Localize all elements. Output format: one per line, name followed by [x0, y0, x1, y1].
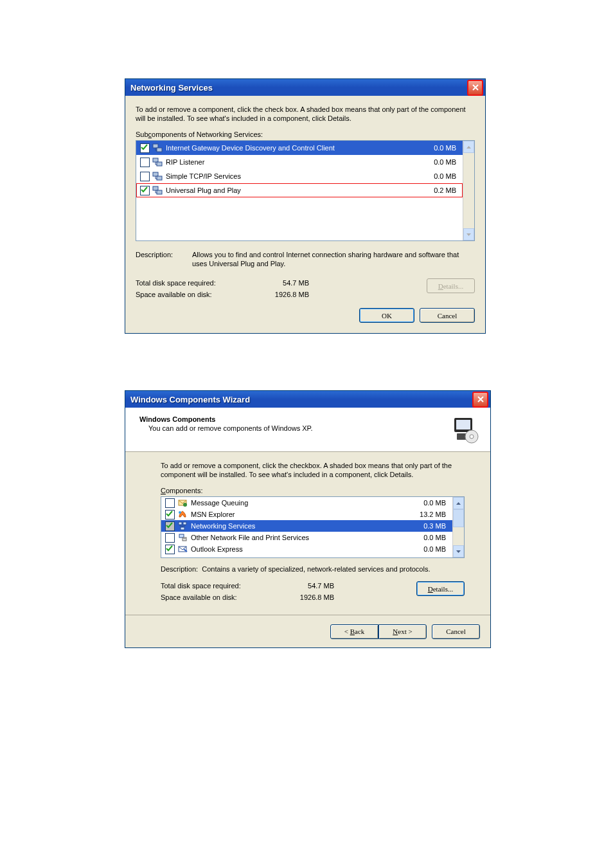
list-item-size: 0.0 MB — [407, 499, 446, 507]
description-row: Description: Contains a variety of speci… — [161, 565, 465, 574]
checkbox[interactable] — [165, 545, 175, 554]
components-label: Components: — [161, 487, 465, 494]
components-listbox[interactable]: Message Queuing0.0 MBMSN Explorer13.2 MB… — [161, 496, 465, 558]
svg-rect-24 — [179, 522, 182, 525]
window-title: Windows Components Wizard — [130, 395, 472, 404]
svg-rect-26 — [181, 527, 184, 530]
subcomponents-listbox[interactable]: Internet Gateway Device Discovery and Co… — [136, 140, 475, 241]
svg-rect-13 — [157, 190, 162, 194]
list-item-size: 0.0 MB — [407, 534, 446, 541]
chevron-down-icon — [456, 550, 461, 553]
list-item-size: 0.0 MB — [418, 172, 456, 180]
list-item[interactable]: Message Queuing0.0 MB — [161, 497, 452, 509]
svg-rect-4 — [153, 158, 158, 162]
list-item-size: 13.2 MB — [407, 511, 446, 518]
svg-rect-31 — [179, 534, 184, 538]
list-item-label: Internet Gateway Device Discovery and Co… — [166, 144, 418, 152]
list-item-label: Outlook Express — [191, 545, 407, 553]
svg-rect-12 — [153, 186, 158, 190]
list-item[interactable]: Outlook Express0.0 MB — [161, 543, 452, 555]
close-icon — [477, 395, 484, 403]
oe-icon — [177, 544, 188, 554]
list-item-label: Simple TCP/IP Services — [166, 172, 418, 180]
description-label: Description: — [161, 565, 198, 573]
avail-space-value: 1926.8 MB — [283, 592, 334, 603]
close-button[interactable] — [467, 80, 483, 96]
back-button[interactable]: < Back — [330, 624, 378, 639]
chevron-up-icon — [466, 146, 471, 149]
title-bar[interactable]: Windows Components Wizard — [125, 391, 490, 408]
scroll-thumb[interactable] — [453, 509, 464, 527]
close-button[interactable] — [472, 392, 488, 408]
cancel-button[interactable]: Cancel — [420, 308, 475, 323]
total-space-value: 54.7 MB — [258, 277, 309, 289]
list-item[interactable]: RIP Listener0.0 MB — [136, 155, 463, 169]
net-icon — [177, 521, 188, 531]
checkbox[interactable] — [140, 158, 150, 167]
list-item-label: MSN Explorer — [191, 511, 407, 518]
other-icon — [177, 532, 188, 543]
checkbox[interactable] — [165, 510, 175, 520]
chevron-down-icon — [466, 233, 471, 236]
svg-rect-17 — [456, 420, 470, 429]
list-item[interactable]: Internet Gateway Device Discovery and Co… — [136, 141, 463, 155]
svg-point-23 — [179, 511, 181, 514]
avail-space-label: Space available on disk: — [161, 592, 283, 603]
cancel-button[interactable]: Cancel — [432, 624, 480, 639]
msmq-icon — [177, 498, 188, 508]
network-service-icon — [152, 171, 163, 181]
network-service-icon — [152, 143, 163, 153]
next-button[interactable]: Next > — [378, 624, 427, 639]
list-item-label: Networking Services — [191, 522, 407, 530]
svg-rect-25 — [183, 522, 186, 525]
window-title: Networking Services — [130, 83, 467, 93]
svg-rect-8 — [153, 172, 158, 176]
svg-rect-32 — [182, 538, 186, 541]
title-bar[interactable]: Networking Services — [125, 79, 485, 96]
svg-rect-9 — [157, 176, 162, 180]
ok-button[interactable]: OK — [359, 308, 414, 323]
list-item-size: 0.0 MB — [418, 144, 456, 152]
list-item-label: Other Network File and Print Services — [191, 534, 407, 541]
list-item[interactable]: MSN Explorer13.2 MB — [161, 509, 452, 520]
list-item-label: Message Queuing — [191, 499, 407, 507]
windows-components-wizard-dialog: Windows Components Wizard Windows Compon… — [125, 390, 491, 648]
description-text: Contains a variety of specialized, netwo… — [202, 565, 430, 573]
msn-icon — [177, 509, 188, 520]
network-service-icon — [152, 185, 163, 195]
list-item-label: RIP Listener — [166, 158, 418, 166]
scroll-up-button[interactable] — [463, 141, 474, 153]
list-item[interactable]: Universal Plug and Play0.2 MB — [136, 183, 463, 197]
subcomponents-label: Subcomponents of Networking Services: — [136, 131, 475, 138]
scroll-down-button[interactable] — [453, 545, 464, 557]
list-item-size: 0.3 MB — [407, 522, 446, 530]
checkbox[interactable] — [165, 533, 175, 543]
checkbox[interactable] — [140, 172, 150, 181]
list-item-size: 0.0 MB — [418, 158, 456, 166]
checkbox[interactable] — [165, 521, 175, 531]
checkbox[interactable] — [165, 498, 175, 508]
scroll-down-button[interactable] — [463, 228, 474, 240]
checkbox[interactable] — [140, 186, 150, 195]
list-item[interactable]: Simple TCP/IP Services0.0 MB — [136, 169, 463, 183]
details-button[interactable]: Details... — [416, 581, 465, 596]
svg-rect-33 — [183, 538, 186, 539]
avail-space-value: 1926.8 MB — [258, 289, 309, 300]
network-service-icon — [152, 157, 163, 167]
total-space-value: 54.7 MB — [283, 580, 334, 592]
wizard-header-title: Windows Components — [139, 415, 452, 423]
list-item[interactable]: Networking Services0.3 MB — [161, 520, 452, 532]
scrollbar[interactable] — [463, 141, 474, 240]
details-button: Details... — [427, 278, 475, 293]
list-item-size: 0.0 MB — [407, 545, 446, 553]
wizard-header: Windows Components You can add or remove… — [125, 408, 490, 452]
scrollbar[interactable] — [452, 497, 464, 557]
total-space-label: Total disk space required: — [161, 580, 283, 592]
checkbox[interactable] — [140, 143, 150, 153]
scroll-up-button[interactable] — [453, 497, 464, 509]
svg-rect-5 — [157, 162, 162, 166]
svg-point-20 — [470, 435, 474, 439]
chevron-up-icon — [456, 502, 461, 505]
wizard-header-subtitle: You can add or remove components of Wind… — [139, 424, 452, 432]
list-item[interactable]: Other Network File and Print Services0.0… — [161, 532, 452, 543]
